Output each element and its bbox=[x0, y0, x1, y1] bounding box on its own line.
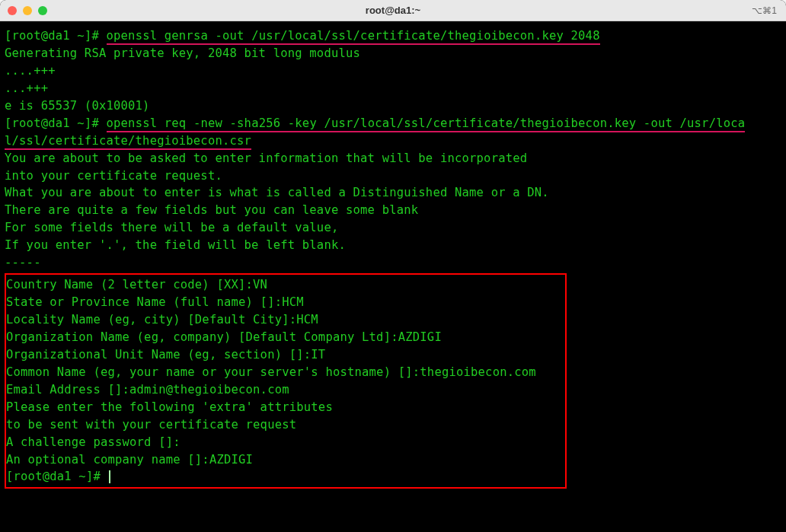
terminal-line: [root@da1 ~]# bbox=[6, 468, 562, 486]
terminal-line: What you are about to enter is what is c… bbox=[5, 184, 781, 202]
command-1: openssl genrsa -out /usr/local/ssl/certi… bbox=[107, 29, 600, 45]
terminal-line: There are quite a few fields but you can… bbox=[5, 202, 781, 219]
close-icon[interactable] bbox=[8, 6, 17, 15]
terminal-line: Please enter the following 'extra' attri… bbox=[6, 399, 562, 416]
maximize-icon[interactable] bbox=[38, 6, 47, 15]
terminal-line: Generating RSA private key, 2048 bit lon… bbox=[5, 45, 781, 62]
highlighted-input-box: Country Name (2 letter code) [XX]:VNStat… bbox=[5, 273, 567, 489]
terminal-line: Email Address []:admin@thegioibecon.com bbox=[6, 381, 562, 399]
prompt-close: ]# bbox=[86, 470, 101, 483]
terminal-line: An optional company name []:AZDIGI bbox=[6, 451, 562, 469]
terminal-line: [root@da1 ~]# openssl req -new -sha256 -… bbox=[5, 115, 781, 132]
prompt-userhost: root@da1 ~ bbox=[12, 116, 85, 130]
terminal-window: root@da1:~ ⌥⌘1 [root@da1 ~]# openssl gen… bbox=[0, 0, 786, 532]
terminal-line: e is 65537 (0x10001) bbox=[5, 97, 781, 115]
terminal-line: to be sent with your certificate request bbox=[6, 416, 562, 434]
terminal-line: into your certificate request. bbox=[5, 167, 781, 185]
prompt-open: [ bbox=[5, 29, 12, 43]
traffic-lights bbox=[8, 6, 47, 15]
terminal-line: l/ssl/certificate/thegioibecon.csr bbox=[5, 132, 781, 150]
terminal-line: Common Name (eg, your name or your serve… bbox=[6, 364, 562, 381]
terminal-line: You are about to be asked to enter infor… bbox=[5, 150, 781, 167]
terminal-line: Organizational Unit Name (eg, section) [… bbox=[6, 346, 562, 364]
shortcut-indicator: ⌥⌘1 bbox=[752, 5, 777, 16]
terminal-line: [root@da1 ~]# openssl genrsa -out /usr/l… bbox=[5, 27, 781, 45]
command-2-part-a: openssl req -new -sha256 -key /usr/local… bbox=[107, 116, 746, 132]
command-2-part-b: l/ssl/certificate/thegioibecon.csr bbox=[5, 134, 251, 150]
cursor-icon bbox=[109, 470, 110, 483]
terminal-line: A challenge password []: bbox=[6, 434, 562, 451]
terminal-line: If you enter '.', the field will be left… bbox=[5, 237, 781, 254]
prompt-open: [ bbox=[6, 470, 14, 483]
terminal-line: Organization Name (eg, company) [Default… bbox=[6, 329, 562, 346]
terminal-line: State or Province Name (full name) []:HC… bbox=[6, 294, 562, 311]
prompt-close: ]# bbox=[85, 29, 99, 43]
prompt-close: ]# bbox=[85, 116, 99, 130]
terminal-line: For some fields there will be a default … bbox=[5, 219, 781, 237]
terminal-line: ...+++ bbox=[5, 80, 781, 97]
prompt-userhost: root@da1 ~ bbox=[12, 29, 85, 43]
terminal-line: ....+++ bbox=[5, 62, 781, 80]
titlebar: root@da1:~ ⌥⌘1 bbox=[0, 0, 786, 21]
minimize-icon[interactable] bbox=[23, 6, 32, 15]
terminal-output[interactable]: [root@da1 ~]# openssl genrsa -out /usr/l… bbox=[0, 21, 786, 532]
prompt-userhost: root@da1 ~ bbox=[14, 470, 86, 483]
prompt-open: [ bbox=[5, 116, 12, 130]
window-title: root@da1:~ bbox=[366, 5, 420, 16]
terminal-line: Country Name (2 letter code) [XX]:VN bbox=[6, 276, 562, 294]
terminal-line: Locality Name (eg, city) [Default City]:… bbox=[6, 311, 562, 329]
terminal-line: ----- bbox=[5, 254, 781, 272]
